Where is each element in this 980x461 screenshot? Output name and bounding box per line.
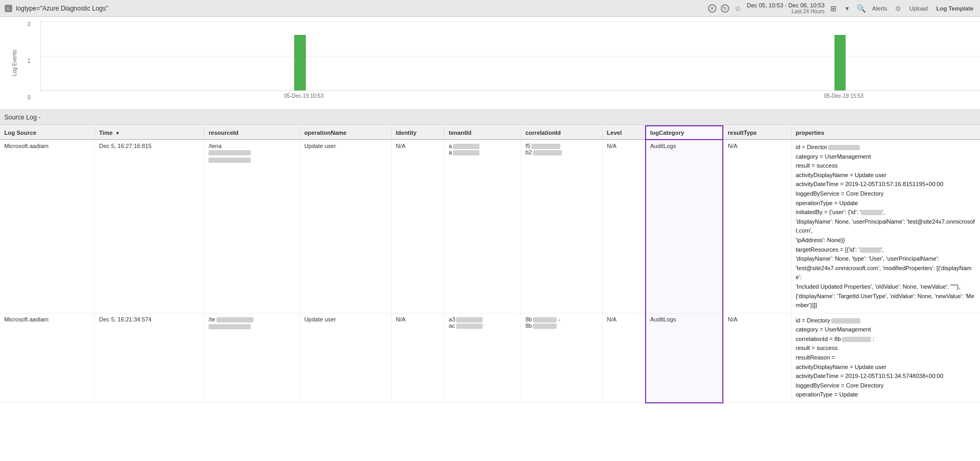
cell-resultType-2: N/A [723, 313, 791, 402]
prop-line: 'displayName': None, 'type': 'User', 'us… [796, 254, 976, 264]
chart-bar-1 [294, 35, 305, 90]
col-tenantId[interactable]: tenantId [444, 126, 521, 140]
upload-button[interactable]: Upload [907, 4, 930, 13]
cell-operationName-1: Update user [300, 140, 391, 313]
col-level[interactable]: Level [602, 126, 645, 140]
prop-line: initiatedBy = {'user': {'id': '', [796, 208, 976, 217]
sort-arrow-time: ▼ [115, 131, 120, 136]
datetime-range: Dec 05, 10:53 - Dec 06, 10:53 [747, 2, 825, 8]
stop-icon[interactable]: ✕ [708, 4, 716, 13]
log-template-button[interactable]: Log Template [934, 4, 976, 13]
prop-line: 'Included Updated Properties', 'oldValue… [796, 282, 976, 292]
prop-line: loggedByService = Core Directory [796, 381, 976, 391]
cell-resourceId-1: /tena [204, 140, 300, 313]
cell-time-2: Dec 5, 16:21:34:574 [95, 313, 204, 402]
chart-x-label-1: 05-Dec-19 10:53 [284, 93, 324, 99]
prop-line: resultReason = [796, 353, 976, 363]
grid-icon[interactable]: ⊞ [829, 4, 838, 13]
prop-line: 'displayName': None, 'userPrincipalName'… [796, 217, 976, 236]
chart-y-axis: 0 1 2 [25, 21, 33, 100]
col-time[interactable]: Time ▼ [95, 126, 204, 140]
cell-logCategory-1: AuditLogs [646, 140, 723, 313]
datetime-sub: Last 24 Hours [747, 8, 825, 14]
prop-line: id = Directory [796, 316, 976, 326]
prop-line: operationType = Update [796, 390, 976, 400]
col-resourceId[interactable]: resourceId [204, 126, 300, 140]
cell-resourceId-2: /te [204, 313, 300, 402]
chart-x-label-2: 05-Dec-19 15:53 [824, 93, 864, 99]
table-row[interactable]: Microsoft.aadiam Dec 5, 16:21:34:574 /te… [0, 313, 980, 402]
prop-line: correlationId = 8b : [796, 335, 976, 344]
col-correlationId[interactable]: correlationId [521, 126, 603, 140]
refresh-icon[interactable]: ↻ [721, 4, 729, 13]
log-table: Log Source Time ▼ resourceId operationNa… [0, 125, 980, 403]
app-icon: L [4, 4, 13, 13]
source-log-bar: Source Log - [0, 109, 980, 125]
prop-line: 'ipAddress': None}} [796, 236, 976, 245]
table-header: Log Source Time ▼ resourceId operationNa… [0, 126, 980, 140]
prop-line: category = UserManagement [796, 152, 976, 162]
cell-level-2: N/A [602, 313, 645, 402]
col-identity[interactable]: Identity [392, 126, 444, 140]
prop-line: activityDisplayName = Update user [796, 363, 976, 372]
prop-line: activityDateTime = 2019-12-05T10:51:34.5… [796, 372, 976, 381]
upload-circle-icon: ⊙ [893, 4, 903, 13]
properties-block-1: id = Director category = UserManagement … [796, 143, 976, 310]
datetime-display: Dec 05, 10:53 - Dec 06, 10:53 Last 24 Ho… [747, 2, 825, 14]
chart-area: Log Events 0 1 2 05-Dec-19 10:53 05-Dec-… [0, 17, 980, 109]
y-tick-0: 0 [28, 95, 31, 100]
search-icon[interactable]: 🔍 [856, 4, 866, 13]
prop-line: activityDisplayName = Update user [796, 171, 976, 180]
col-operationName[interactable]: operationName [300, 126, 391, 140]
chart-plot: 05-Dec-19 10:53 05-Dec-19 15:53 [40, 21, 980, 91]
dropdown-icon[interactable]: ▾ [842, 4, 852, 13]
star-icon[interactable]: ☆ [733, 4, 743, 13]
source-log-label: Source Log - [4, 114, 41, 121]
cell-identity-2: N/A [392, 313, 444, 402]
cell-operationName-2: Update user [300, 313, 391, 402]
toolbar-right: ✕ ↻ ☆ Dec 05, 10:53 - Dec 06, 10:53 Last… [708, 2, 976, 14]
prop-line: id = Director [796, 143, 976, 152]
col-logCategory[interactable]: logCategory [646, 126, 723, 140]
cell-level-1: N/A [602, 140, 645, 313]
cell-properties-2: id = Directory category = UserManagement… [791, 313, 980, 402]
prop-line: result = success [796, 344, 976, 353]
cell-time-1: Dec 5, 16:27:16:815 [95, 140, 204, 313]
toolbar-left: L logtype="Azure Diagnostic Logs" [4, 4, 708, 13]
cell-properties-1: id = Director category = UserManagement … [791, 140, 980, 313]
prop-line: loggedByService = Core Directory [796, 189, 976, 199]
col-logSource[interactable]: Log Source [0, 126, 95, 140]
prop-line: result = success [796, 161, 976, 171]
gridline-top [41, 21, 980, 22]
cell-tenantId-1: a a [444, 140, 521, 313]
y-tick-1: 1 [28, 58, 31, 64]
cell-identity-1: N/A [392, 140, 444, 313]
prop-line: activityDateTime = 2019-12-05T10:57:16.8… [796, 180, 976, 189]
properties-block-2: id = Directory category = UserManagement… [796, 316, 976, 400]
query-title: logtype="Azure Diagnostic Logs" [16, 5, 108, 12]
cell-logSource-2: Microsoft.aadiam [0, 313, 95, 402]
cell-logSource-1: Microsoft.aadiam [0, 140, 95, 313]
prop-line: targetResources = [{'id': '', [796, 245, 976, 255]
cell-correlationId-2: 8b - 8b [521, 313, 603, 402]
table-row[interactable]: Microsoft.aadiam Dec 5, 16:27:16:815 /te… [0, 140, 980, 313]
prop-line: {'displayName': 'TargetId.UserType', 'ol… [796, 292, 976, 310]
y-tick-2: 2 [28, 21, 31, 27]
prop-line: 'test@site24x7.onmicrosoft.com', 'modifi… [796, 264, 976, 282]
col-resultType[interactable]: resultType [723, 126, 791, 140]
log-table-wrapper[interactable]: Log Source Time ▼ resourceId operationNa… [0, 125, 980, 461]
cell-tenantId-2: a3 ac [444, 313, 521, 402]
table-body: Microsoft.aadiam Dec 5, 16:27:16:815 /te… [0, 140, 980, 403]
prop-line: category = UserManagement [796, 325, 976, 335]
cell-resultType-1: N/A [723, 140, 791, 313]
chart-inner: 0 1 2 05-Dec-19 10:53 05-Dec-19 15:53 [25, 21, 980, 100]
chart-y-label: Log Events [12, 50, 17, 76]
alerts-button[interactable]: Alerts [870, 4, 889, 13]
cell-logCategory-2: AuditLogs [646, 313, 723, 402]
cell-correlationId-1: f5 b2 [521, 140, 603, 313]
chart-bar-2 [834, 35, 846, 90]
col-properties[interactable]: properties [791, 126, 980, 140]
prop-line: operationType = Update [796, 199, 976, 208]
toolbar: L logtype="Azure Diagnostic Logs" ✕ ↻ ☆ … [0, 0, 980, 17]
svg-text:L: L [7, 6, 10, 11]
